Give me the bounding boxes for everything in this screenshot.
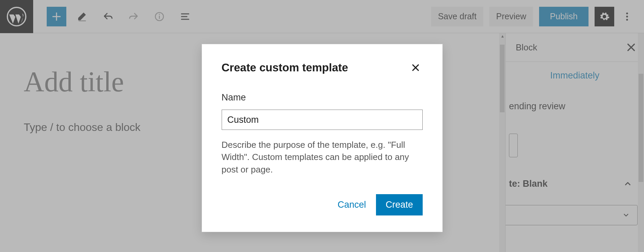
close-icon — [411, 63, 420, 72]
template-name-input[interactable] — [222, 110, 423, 130]
modal-close-button[interactable] — [408, 61, 423, 75]
create-template-modal: Create custom template Name Describe the… — [202, 44, 443, 232]
modal-title: Create custom template — [222, 61, 348, 74]
template-hint-text: Describe the purpose of the template, e.… — [222, 139, 423, 176]
modal-actions: Cancel Create — [222, 194, 423, 215]
modal-header: Create custom template — [222, 61, 423, 75]
name-label: Name — [222, 92, 423, 103]
cancel-button[interactable]: Cancel — [331, 195, 373, 215]
create-button[interactable]: Create — [376, 194, 422, 215]
